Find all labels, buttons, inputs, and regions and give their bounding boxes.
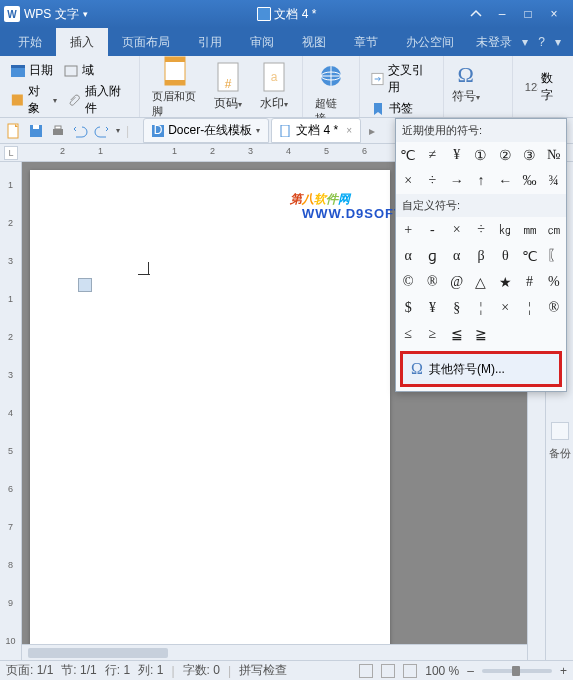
symbol-cell[interactable]: ≦ [445, 321, 469, 347]
view-mode-1-icon[interactable] [359, 664, 373, 678]
symbol-cell[interactable]: ‰ [517, 168, 541, 194]
symbol-cell[interactable]: # [517, 269, 541, 295]
symbol-cell[interactable]: △ [469, 269, 493, 295]
symbol-cell[interactable]: ® [542, 295, 566, 321]
symbol-cell[interactable]: - [420, 217, 444, 243]
zoom-out-button[interactable]: – [467, 664, 474, 678]
symbol-cell[interactable]: α [445, 243, 469, 269]
symbol-cell[interactable]: ≠ [420, 142, 444, 168]
login-dropdown[interactable]: ▾ [522, 35, 528, 49]
collapse-ribbon-icon[interactable] [469, 7, 483, 21]
symbol-cell[interactable]: © [396, 269, 420, 295]
symbol-cell[interactable]: ㎝ [542, 217, 566, 243]
redo-icon[interactable] [94, 123, 110, 139]
symbol-cell[interactable]: ¥ [445, 142, 469, 168]
attachment-button[interactable]: 插入附件 [65, 81, 132, 119]
symbol-cell[interactable]: ≤ [396, 321, 420, 347]
symbol-cell[interactable]: ¥ [420, 295, 444, 321]
symbol-cell[interactable]: × [396, 168, 420, 194]
symbol-cell[interactable]: № [542, 142, 566, 168]
symbol-cell[interactable]: ¦ [469, 295, 493, 321]
symbol-cell[interactable]: 〖 [542, 243, 566, 269]
symbol-cell[interactable]: ≥ [420, 321, 444, 347]
header-footer-button[interactable]: 页眉和页脚 [148, 53, 202, 121]
watermark-button[interactable]: a 水印▾ [254, 59, 294, 114]
date-button[interactable]: 日期 [8, 60, 55, 81]
symbol-cell[interactable]: ÷ [469, 217, 493, 243]
symbol-cell[interactable]: × [493, 295, 517, 321]
symbol-cell[interactable]: $ [396, 295, 420, 321]
menu-insert[interactable]: 插入 [56, 28, 108, 57]
undo-icon[interactable] [72, 123, 88, 139]
ruler-vertical[interactable]: 1 2 3 1 2 3 4 5 6 7 8 9 10 [0, 162, 22, 660]
save-icon[interactable] [28, 123, 44, 139]
tab-add-button[interactable]: ▸ [363, 124, 381, 138]
minimize-button[interactable]: – [495, 7, 509, 21]
tab-doc4[interactable]: 文档 4 * × [271, 118, 361, 143]
symbol-cell[interactable]: ① [469, 142, 493, 168]
symbol-cell[interactable]: ↑ [469, 168, 493, 194]
object-button[interactable]: 对象▾ [8, 81, 59, 119]
symbol-cell[interactable]: β [469, 243, 493, 269]
backup-label[interactable]: 备份 [549, 446, 571, 461]
symbol-cell[interactable]: ㎏ [493, 217, 517, 243]
document-page[interactable] [30, 170, 390, 650]
login-status[interactable]: 未登录 [476, 34, 512, 51]
symbol-cell[interactable]: ★ [493, 269, 517, 295]
symbol-cell[interactable]: θ [493, 243, 517, 269]
symbol-cell[interactable]: ③ [517, 142, 541, 168]
page-number-button[interactable]: # 页码▾ [208, 59, 248, 114]
symbol-cell[interactable]: × [445, 217, 469, 243]
symbol-cell[interactable]: ÷ [420, 168, 444, 194]
maximize-button[interactable]: □ [521, 7, 535, 21]
ruler-corner[interactable]: L [4, 146, 18, 160]
symbol-cell[interactable]: ¦ [517, 295, 541, 321]
menu-section[interactable]: 章节 [340, 28, 392, 57]
status-spell[interactable]: 拼写检查 [239, 662, 287, 679]
symbol-cell[interactable]: ㎜ [517, 217, 541, 243]
status-words[interactable]: 字数: 0 [183, 662, 220, 679]
symbol-cell[interactable]: ® [420, 269, 444, 295]
new-icon[interactable] [6, 123, 22, 139]
scrollbar-thumb-h[interactable] [28, 648, 168, 658]
symbol-cell[interactable]: § [445, 295, 469, 321]
symbol-cell[interactable]: % [542, 269, 566, 295]
zoom-slider-thumb[interactable] [512, 666, 520, 676]
close-button[interactable]: × [547, 7, 561, 21]
zoom-level[interactable]: 100 % [425, 664, 459, 678]
help-icon[interactable]: ? [538, 35, 545, 49]
field-button[interactable]: 域 [61, 60, 96, 81]
symbol-cell[interactable]: α [396, 243, 420, 269]
bookmark-button[interactable]: 书签 [368, 98, 415, 119]
backup-icon[interactable] [551, 422, 569, 440]
view-mode-3-icon[interactable] [403, 664, 417, 678]
menu-start[interactable]: 开始 [4, 28, 56, 57]
help-dropdown[interactable]: ▾ [555, 35, 561, 49]
symbol-cell[interactable]: → [445, 168, 469, 194]
menu-office-space[interactable]: 办公空间 [392, 28, 468, 57]
symbol-cell[interactable]: + [396, 217, 420, 243]
symbol-cell[interactable]: ≧ [469, 321, 493, 347]
symbol-cell[interactable]: ← [493, 168, 517, 194]
status-section[interactable]: 节: 1/1 [61, 662, 96, 679]
more-symbols-button[interactable]: Ω 其他符号(M)... [400, 351, 562, 387]
scrollbar-horizontal[interactable] [22, 644, 527, 660]
symbol-cell[interactable]: ɡ [420, 243, 444, 269]
symbol-cell[interactable]: ¾ [542, 168, 566, 194]
menu-review[interactable]: 审阅 [236, 28, 288, 57]
app-menu-dropdown[interactable]: ▾ [83, 9, 88, 19]
page-insert-icon[interactable] [78, 278, 92, 292]
view-mode-2-icon[interactable] [381, 664, 395, 678]
symbol-button[interactable]: Ω 符号▾ [450, 60, 482, 107]
symbol-cell[interactable]: ② [493, 142, 517, 168]
tab-close-icon[interactable]: × [346, 125, 352, 136]
zoom-in-button[interactable]: + [560, 664, 567, 678]
menu-view[interactable]: 视图 [288, 28, 340, 57]
tab-docer[interactable]: D Docer-在线模板 ▾ [143, 118, 269, 143]
print-icon[interactable] [50, 123, 66, 139]
number-button[interactable]: 123数字 [521, 68, 565, 106]
qat-dropdown[interactable]: ▾ [116, 126, 120, 135]
crossref-button[interactable]: 交叉引用 [368, 60, 435, 98]
symbol-cell[interactable]: ℃ [396, 142, 420, 168]
symbol-cell[interactable]: ℃ [517, 243, 541, 269]
